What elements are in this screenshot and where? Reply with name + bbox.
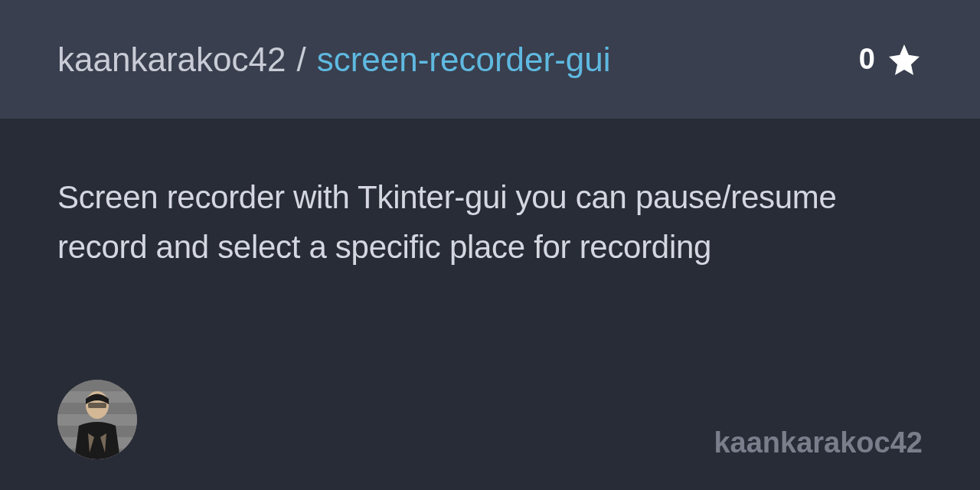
repo-content: Screen recorder with Tkinter-gui you can… xyxy=(0,119,980,272)
repo-link[interactable]: screen-recorder-gui xyxy=(317,41,611,79)
star-section[interactable]: 0 xyxy=(859,41,923,78)
star-icon xyxy=(886,41,923,78)
avatar[interactable] xyxy=(57,380,137,459)
repo-description: Screen recorder with Tkinter-gui you can… xyxy=(57,172,923,272)
footer-username[interactable]: kaankarakoc42 xyxy=(714,426,923,459)
owner-link[interactable]: kaankarakoc42 xyxy=(57,41,286,79)
breadcrumb-separator: / xyxy=(296,41,305,79)
svg-rect-10 xyxy=(88,403,106,408)
repo-header: kaankarakoc42 / screen-recorder-gui 0 xyxy=(0,0,980,119)
star-count: 0 xyxy=(859,43,875,76)
svg-rect-2 xyxy=(57,380,137,391)
breadcrumb: kaankarakoc42 / screen-recorder-gui xyxy=(57,41,611,79)
footer: kaankarakoc42 xyxy=(57,380,923,459)
